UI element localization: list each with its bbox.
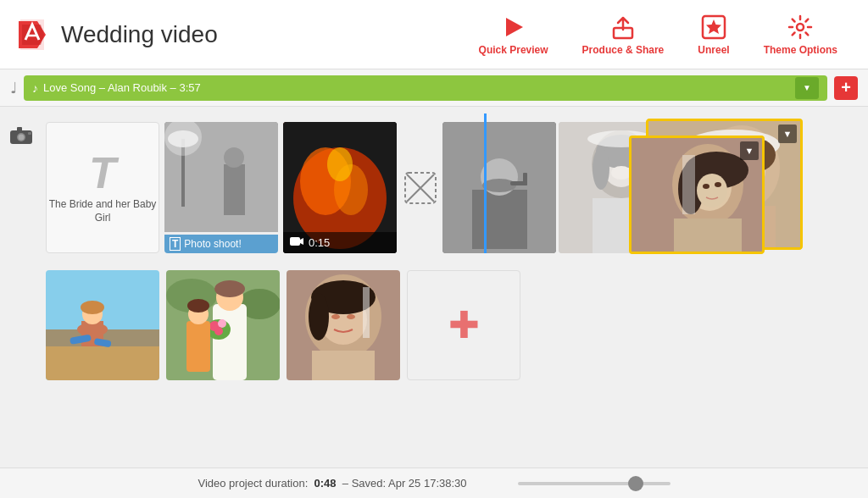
photo-shoot-clip[interactable]: T Photo shoot! xyxy=(164,122,278,253)
produce-share-icon xyxy=(609,14,637,41)
svg-point-77 xyxy=(218,319,226,328)
svg-rect-79 xyxy=(186,321,210,372)
transition-clip[interactable] xyxy=(402,122,439,253)
quick-preview-label: Quick Preview xyxy=(479,44,548,56)
theme-options-label: Theme Options xyxy=(764,44,837,56)
status-bar: Video project duration: 0:48 – Saved: Ap… xyxy=(0,468,868,498)
photo-shoot-bg xyxy=(164,122,278,232)
selected-clips-group: ▼ xyxy=(629,119,866,258)
media-add-icon: ✚ xyxy=(448,303,480,346)
svg-rect-72 xyxy=(213,304,247,380)
title-t-icon: T xyxy=(89,151,116,195)
theme-options-icon xyxy=(787,14,814,41)
svg-point-37 xyxy=(593,147,609,190)
svg-rect-24 xyxy=(290,237,300,246)
media-thumb-1[interactable] xyxy=(46,270,159,380)
svg-rect-28 xyxy=(472,190,527,249)
svg-point-78 xyxy=(214,327,223,335)
svg-point-81 xyxy=(187,299,209,313)
app-title: Wedding video xyxy=(61,21,462,48)
svg-point-74 xyxy=(214,280,245,297)
music-bar: ♩ ♪ Love Song – Alan Roubik – 3:57 ▼ + xyxy=(0,69,868,107)
camera-sidebar xyxy=(0,113,42,464)
svg-point-86 xyxy=(309,293,329,340)
timeline-container: T The Bride and her Baby Girl xyxy=(42,113,868,464)
camera-icon xyxy=(10,127,32,149)
svg-rect-87 xyxy=(312,351,375,380)
photo-shoot-label: T Photo shoot! xyxy=(164,235,278,253)
media-thumb-2[interactable] xyxy=(166,270,280,380)
title-clip-inner: T The Bride and her Baby Girl xyxy=(47,151,159,224)
header: Wedding video Quick Preview Produce & Sh… xyxy=(0,0,868,69)
svg-rect-55 xyxy=(682,155,695,214)
quick-preview-icon xyxy=(500,14,527,41)
svg-point-7 xyxy=(797,24,804,30)
status-text: Video project duration: 0:48 – Saved: Ap… xyxy=(198,477,466,490)
selected-clip-front[interactable]: ▼ xyxy=(629,136,765,254)
main-area: T The Bride and her Baby Girl xyxy=(0,107,868,468)
svg-marker-6 xyxy=(706,19,721,34)
svg-rect-90 xyxy=(363,287,370,338)
svg-point-56 xyxy=(697,174,727,208)
svg-point-66 xyxy=(81,301,104,314)
svg-rect-32 xyxy=(523,173,527,185)
unreel-label: Unreel xyxy=(698,44,729,56)
produce-share-label: Produce & Share xyxy=(582,44,665,56)
media-row: ✚ xyxy=(42,262,868,385)
duration-value: 0:48 xyxy=(314,477,337,490)
unreel-icon xyxy=(700,14,727,41)
quick-preview-button[interactable]: Quick Preview xyxy=(462,7,565,63)
video-clip-duration: 0:15 xyxy=(309,236,330,249)
media-add-button[interactable]: ✚ xyxy=(407,270,520,380)
header-actions: Quick Preview Produce & Share Unreel xyxy=(462,7,854,63)
music-dropdown-button[interactable]: ▼ xyxy=(795,77,819,99)
svg-rect-11 xyxy=(17,127,22,131)
bw-girl-clip[interactable] xyxy=(442,122,556,253)
svg-point-30 xyxy=(482,179,516,192)
music-track[interactable]: ♪ Love Song – Alan Roubik – 3:57 ▼ xyxy=(24,75,827,101)
music-track-icon: ♪ xyxy=(32,81,38,95)
produce-share-button[interactable]: Produce & Share xyxy=(565,7,682,63)
svg-rect-16 xyxy=(224,164,245,215)
duration-label: Video project duration: xyxy=(198,477,308,490)
music-add-button[interactable]: + xyxy=(834,76,858,100)
video-clip[interactable]: 0:15 xyxy=(283,122,397,253)
svg-point-58 xyxy=(715,182,721,187)
svg-point-88 xyxy=(331,314,340,319)
svg-marker-25 xyxy=(300,238,303,245)
unreel-button[interactable]: Unreel xyxy=(681,7,746,63)
playhead-line xyxy=(484,113,487,253)
svg-point-89 xyxy=(347,314,355,319)
photo-shoot-text: Photo shoot! xyxy=(184,238,241,250)
music-add-icon: + xyxy=(841,78,851,97)
zoom-slider-thumb[interactable] xyxy=(628,476,643,491)
clips-row: T The Bride and her Baby Girl xyxy=(42,113,868,262)
front-clip-flag[interactable]: ▼ xyxy=(740,141,759,160)
theme-options-button[interactable]: Theme Options xyxy=(747,7,854,63)
title-clip-text: The Bride and her Baby Girl xyxy=(47,198,159,224)
media-thumb-3[interactable] xyxy=(287,270,400,380)
svg-marker-3 xyxy=(506,18,523,36)
svg-rect-12 xyxy=(28,132,31,135)
svg-point-57 xyxy=(703,184,709,189)
zoom-slider-track xyxy=(518,482,670,485)
saved-label: – Saved: Apr 25 17:38:30 xyxy=(342,477,467,490)
back-clip-flag[interactable]: ▼ xyxy=(778,125,797,143)
title-clip[interactable]: T The Bride and her Baby Girl xyxy=(46,122,159,253)
photo-shoot-t-icon: T xyxy=(170,237,181,251)
video-clip-cam-icon xyxy=(290,235,303,250)
app-logo xyxy=(14,16,51,53)
svg-point-23 xyxy=(327,147,353,181)
zoom-slider-container xyxy=(518,482,670,485)
svg-point-10 xyxy=(19,135,25,141)
svg-point-17 xyxy=(224,147,244,168)
svg-rect-59 xyxy=(674,219,742,254)
video-clip-bar: 0:15 xyxy=(283,232,397,253)
dropdown-arrow-icon: ▼ xyxy=(803,83,811,92)
music-note-icon: ♩ xyxy=(10,79,17,97)
music-track-label: Love Song – Alan Roubik – 3:57 xyxy=(43,81,201,94)
